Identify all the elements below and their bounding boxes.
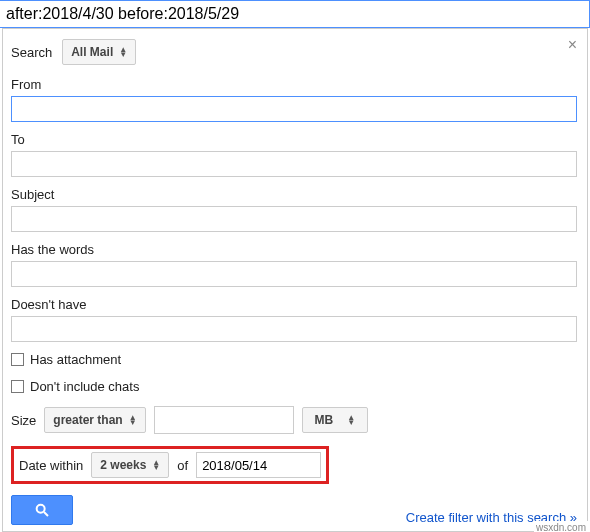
date-range-select[interactable]: 2 weeks ▲▼	[91, 452, 169, 478]
to-input[interactable]	[11, 151, 577, 177]
updown-icon: ▲▼	[152, 460, 160, 470]
size-value-input[interactable]	[154, 406, 294, 434]
updown-icon: ▲▼	[119, 47, 127, 57]
date-value-input[interactable]	[196, 452, 321, 478]
from-input[interactable]	[11, 96, 577, 122]
dont-include-chats-checkbox[interactable]	[11, 380, 24, 393]
date-range-value: 2 weeks	[100, 458, 146, 472]
svg-line-1	[44, 512, 48, 516]
watermark-text: wsxdn.com	[534, 521, 588, 532]
has-attachment-checkbox[interactable]	[11, 353, 24, 366]
size-label: Size	[11, 413, 36, 428]
to-label: To	[11, 132, 577, 147]
search-button[interactable]	[11, 495, 73, 525]
dont-include-chats-label: Don't include chats	[30, 379, 139, 394]
has-words-input[interactable]	[11, 261, 577, 287]
doesnt-have-input[interactable]	[11, 316, 577, 342]
date-within-label: Date within	[19, 458, 83, 473]
date-of-label: of	[177, 458, 188, 473]
search-scope-label: Search	[11, 45, 52, 60]
has-attachment-label: Has attachment	[30, 352, 121, 367]
search-scope-select[interactable]: All Mail ▲▼	[62, 39, 136, 65]
search-query-input[interactable]	[0, 0, 590, 28]
svg-point-0	[37, 505, 45, 513]
size-unit-value: MB	[315, 413, 334, 427]
search-icon	[34, 502, 50, 518]
size-operator-value: greater than	[53, 413, 122, 427]
updown-icon: ▲▼	[129, 415, 137, 425]
search-options-panel: × Search All Mail ▲▼ From To Subject Has…	[2, 28, 588, 532]
date-within-highlight: Date within 2 weeks ▲▼ of	[11, 446, 329, 484]
from-label: From	[11, 77, 577, 92]
updown-icon: ▲▼	[347, 415, 355, 425]
size-unit-select[interactable]: MB ▲▼	[302, 407, 369, 433]
size-operator-select[interactable]: greater than ▲▼	[44, 407, 145, 433]
doesnt-have-label: Doesn't have	[11, 297, 577, 312]
subject-input[interactable]	[11, 206, 577, 232]
search-scope-value: All Mail	[71, 45, 113, 59]
close-icon[interactable]: ×	[568, 37, 577, 53]
has-words-label: Has the words	[11, 242, 577, 257]
subject-label: Subject	[11, 187, 577, 202]
